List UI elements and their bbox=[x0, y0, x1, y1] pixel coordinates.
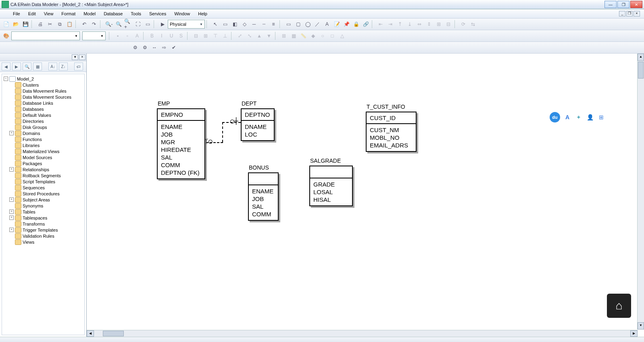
scroll-down-icon[interactable]: ▼ bbox=[638, 322, 644, 330]
tree-item[interactable]: Libraries bbox=[8, 142, 83, 148]
scroll-right-icon[interactable]: ▶ bbox=[630, 330, 638, 337]
view-icon[interactable]: ◧ bbox=[230, 20, 239, 29]
tree-item[interactable]: Data Movement Sources bbox=[8, 94, 83, 100]
transform-gen-icon[interactable]: ⇨ bbox=[160, 43, 169, 52]
tree-item[interactable]: Synonyms bbox=[8, 203, 83, 209]
fontsize-combo[interactable]: ▼ bbox=[82, 31, 106, 40]
rectangle-shape-icon[interactable]: ▭ bbox=[284, 20, 293, 29]
roundrect-shape-icon[interactable]: ▢ bbox=[294, 20, 302, 29]
go-icon[interactable]: ▶ bbox=[158, 20, 167, 29]
transform-link-icon[interactable]: ↔ bbox=[150, 43, 159, 52]
tree-item[interactable]: Directories bbox=[8, 118, 83, 124]
tree-item[interactable]: +Trigger Templates bbox=[8, 227, 83, 233]
paste-icon[interactable]: 📋 bbox=[65, 20, 74, 29]
tree-item[interactable]: Transforms bbox=[8, 221, 83, 227]
nav-filter-icon[interactable]: ▦ bbox=[33, 62, 42, 70]
transform-check-icon[interactable]: ✔ bbox=[169, 43, 178, 52]
close-button[interactable]: ✕ bbox=[630, 1, 642, 8]
tree-root[interactable]: − Model_2 bbox=[3, 76, 83, 82]
mdi-minimize-button[interactable]: _ bbox=[619, 11, 625, 17]
tree-item[interactable]: +Subject Areas bbox=[8, 197, 83, 203]
tree-item[interactable]: +Tablespaces bbox=[8, 215, 83, 221]
tree-item[interactable]: Databases bbox=[8, 106, 83, 112]
tree-item[interactable]: Disk Groups bbox=[8, 124, 83, 130]
mdi-close-button[interactable]: × bbox=[634, 11, 640, 17]
tree-item[interactable]: Stored Procedures bbox=[8, 191, 83, 197]
menu-view[interactable]: View bbox=[41, 10, 57, 17]
menu-window[interactable]: Window bbox=[171, 10, 193, 17]
zoom-rect-icon[interactable]: ▭ bbox=[143, 20, 152, 29]
copy-icon[interactable]: ⧉ bbox=[55, 20, 64, 29]
minimize-button[interactable]: — bbox=[604, 1, 617, 8]
expand-icon[interactable]: + bbox=[9, 209, 14, 214]
tree-item[interactable]: Database Links bbox=[8, 100, 83, 106]
tree-item[interactable]: Packages bbox=[8, 160, 83, 166]
text-a-icon[interactable]: A bbox=[563, 113, 571, 121]
baidu-icon[interactable]: du bbox=[550, 112, 560, 122]
expand-icon[interactable]: + bbox=[9, 197, 14, 202]
tree-item[interactable]: Materialized Views bbox=[8, 148, 83, 154]
pin-icon[interactable]: 📌 bbox=[342, 20, 351, 29]
tree-item[interactable]: Rollback Segments bbox=[8, 172, 83, 178]
zoom-out-icon[interactable]: 🔍- bbox=[104, 20, 113, 29]
menu-format[interactable]: Format bbox=[58, 10, 79, 17]
save-icon[interactable]: 💾 bbox=[21, 20, 30, 29]
sparkle-icon[interactable]: ✦ bbox=[575, 113, 583, 121]
expand-icon[interactable]: + bbox=[9, 216, 14, 220]
menu-file[interactable]: File bbox=[10, 10, 23, 17]
open-icon[interactable]: 📂 bbox=[11, 20, 20, 29]
entity-dept[interactable]: DEPT DEPTNO DNAME LOC bbox=[241, 100, 275, 141]
theme-icon[interactable]: 🎨 bbox=[2, 31, 10, 40]
menu-model[interactable]: Model bbox=[80, 10, 99, 17]
font-combo[interactable]: ▼ bbox=[11, 31, 80, 40]
scroll-thumb[interactable] bbox=[638, 62, 644, 79]
menu-edit[interactable]: Edit bbox=[25, 10, 39, 17]
note-icon[interactable]: 📝 bbox=[332, 20, 341, 29]
line-shape-icon[interactable]: ／ bbox=[313, 20, 322, 29]
menu-database[interactable]: Database bbox=[100, 10, 126, 17]
collapse-icon[interactable]: − bbox=[4, 77, 8, 81]
entity-tcustinfo[interactable]: T_CUST_INFO CUST_ID CUST_NM MOBL_NO EMAI… bbox=[366, 104, 417, 152]
lock-icon[interactable]: 🔒 bbox=[352, 20, 361, 29]
tree-item[interactable]: Views bbox=[8, 239, 83, 245]
manymany-rel-icon[interactable]: ≡ bbox=[269, 20, 278, 29]
user-icon[interactable]: 👤 bbox=[586, 113, 594, 121]
undo-icon[interactable]: ↶ bbox=[80, 20, 89, 29]
menu-help[interactable]: Help bbox=[195, 10, 210, 17]
ellipse-shape-icon[interactable]: ◯ bbox=[303, 20, 312, 29]
tree-item[interactable]: Clusters bbox=[8, 82, 83, 88]
cut-icon[interactable]: ✂ bbox=[46, 20, 54, 29]
nav-find-icon[interactable]: 🔍 bbox=[23, 62, 31, 70]
panel-close-icon[interactable]: × bbox=[79, 54, 85, 60]
display-level-combo[interactable]: Physical ▼ bbox=[168, 20, 205, 29]
menu-tools[interactable]: Tools bbox=[127, 10, 144, 17]
tree-item[interactable]: Validation Rules bbox=[8, 233, 83, 239]
nav-fwd-icon[interactable]: ▶ bbox=[12, 62, 21, 70]
new-icon[interactable]: 📄 bbox=[2, 20, 10, 29]
nav-tag-icon[interactable]: 🏷 bbox=[74, 62, 83, 70]
menu-services[interactable]: Services bbox=[146, 10, 169, 17]
panel-dropdown-icon[interactable]: ▾ bbox=[72, 54, 78, 60]
relationship-line[interactable] bbox=[222, 122, 223, 142]
pointer-icon[interactable]: ↖ bbox=[211, 20, 220, 29]
canvas-vscrollbar[interactable]: ▲ ▼ bbox=[637, 54, 644, 330]
redo-icon[interactable]: ↷ bbox=[90, 20, 98, 29]
entity-emp[interactable]: EMP EMPNO ENAME JOB MGR HIREDATE SAL COM… bbox=[157, 100, 205, 179]
tree-item[interactable]: Functions bbox=[8, 136, 83, 142]
entity-icon[interactable]: ▭ bbox=[221, 20, 229, 29]
diagram-canvas[interactable]: EMP EMPNO ENAME JOB MGR HIREDATE SAL COM… bbox=[87, 54, 644, 337]
tree-item[interactable]: Model Sources bbox=[8, 154, 83, 160]
nav-sort2-icon[interactable]: Z↓ bbox=[59, 62, 68, 70]
grid-icon[interactable]: ⊞ bbox=[597, 113, 605, 121]
canvas-hscrollbar[interactable]: ◀ ▶ bbox=[87, 330, 638, 337]
zoom-normal-icon[interactable]: 🔍 bbox=[114, 20, 123, 29]
scroll-up-icon[interactable]: ▲ bbox=[638, 54, 644, 61]
transform-gear2-icon[interactable]: ⚙ bbox=[140, 43, 149, 52]
identifying-rel-icon[interactable]: ─ bbox=[250, 20, 258, 29]
scroll-thumb[interactable] bbox=[103, 331, 124, 336]
zoom-fit-icon[interactable]: ⛶ bbox=[133, 20, 142, 29]
mdi-restore-button[interactable]: ❐ bbox=[626, 11, 633, 17]
tree-item[interactable]: Script Templates bbox=[8, 178, 83, 184]
expand-icon[interactable]: + bbox=[9, 167, 14, 172]
nonidentifying-rel-icon[interactable]: ┄ bbox=[259, 20, 268, 29]
